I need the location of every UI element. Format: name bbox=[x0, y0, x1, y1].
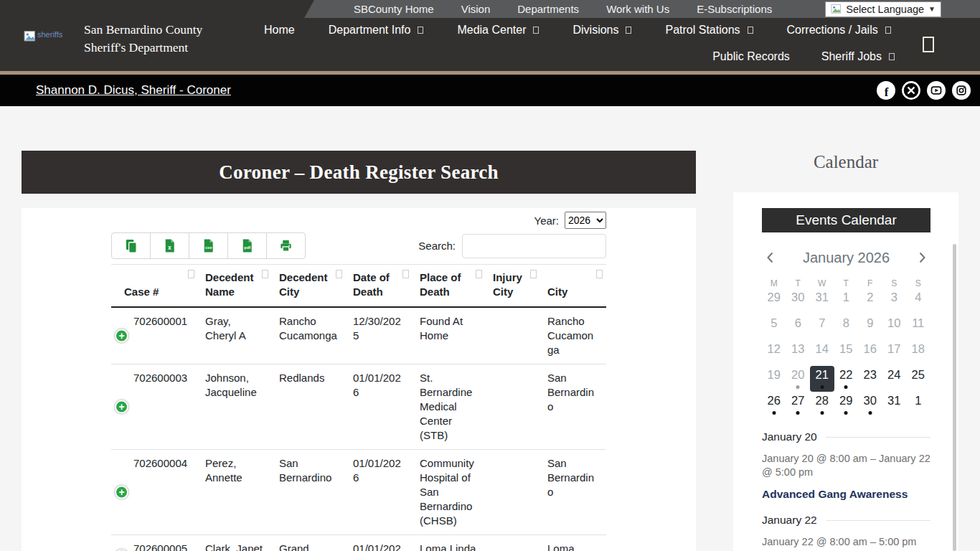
place-of-death-cell: Found At Home bbox=[413, 307, 486, 364]
column-header-decedent-city[interactable]: Decedent City bbox=[272, 265, 346, 308]
nav-item-label: Sheriff Jobs bbox=[821, 50, 882, 63]
x-twitter-icon[interactable] bbox=[901, 80, 921, 100]
calendar-month-nav: January 2026 bbox=[762, 247, 930, 268]
youtube-icon[interactable] bbox=[926, 80, 946, 100]
export-pdf-button[interactable]: pdf bbox=[227, 232, 267, 259]
expand-row-button[interactable]: + bbox=[115, 400, 128, 414]
search-input[interactable] bbox=[462, 234, 606, 258]
site-logo[interactable]: sheriffs bbox=[24, 30, 80, 42]
death-register-table: Case #Decedent NameDecedent CityDate of … bbox=[111, 264, 606, 551]
calendar-day[interactable]: 23 bbox=[858, 366, 882, 392]
utility-nav-item-departments[interactable]: Departments bbox=[517, 3, 579, 15]
calendar-day[interactable]: 8 bbox=[834, 314, 859, 340]
nav-item-home[interactable]: Home bbox=[264, 24, 295, 37]
utility-nav-item-sbcounty-home[interactable]: SBCounty Home bbox=[354, 3, 434, 15]
sidebar-scrollbar[interactable] bbox=[953, 244, 956, 551]
calendar-day[interactable]: 31 bbox=[882, 392, 907, 418]
nav-item-department-info[interactable]: Department Info bbox=[329, 24, 424, 37]
language-selector[interactable]: Select Language ▼ bbox=[825, 1, 941, 17]
column-header-city[interactable]: City bbox=[540, 265, 606, 308]
calendar-day[interactable]: 25 bbox=[906, 366, 930, 392]
site-title-line2: Sheriff's Department bbox=[84, 39, 202, 57]
column-header-place-of-death[interactable]: Place of Death bbox=[413, 265, 486, 308]
calendar-day[interactable]: 7 bbox=[810, 314, 834, 340]
nav-item-divisions[interactable]: Divisions bbox=[573, 24, 631, 37]
instagram-icon[interactable] bbox=[951, 80, 971, 100]
column-header-case[interactable]: Case # bbox=[111, 265, 198, 308]
death-register-card: Year: 2026 x bbox=[22, 208, 696, 551]
export-csv-button[interactable]: csv bbox=[189, 232, 228, 259]
calendar-day[interactable]: 29 bbox=[834, 392, 859, 418]
events-list: January 20January 20 @ 8:00 am – January… bbox=[762, 430, 930, 549]
calendar-day[interactable]: 31 bbox=[810, 288, 834, 314]
calendar-day[interactable]: 12 bbox=[762, 340, 786, 366]
calendar-day[interactable]: 18 bbox=[906, 340, 930, 366]
next-month-button[interactable] bbox=[913, 249, 930, 266]
calendar-day[interactable]: 4 bbox=[906, 288, 930, 314]
nav-item-label: Home bbox=[264, 24, 295, 37]
case-number: 702600001 bbox=[133, 315, 187, 327]
calendar-day[interactable]: 27 bbox=[786, 392, 811, 418]
excel-file-icon: x bbox=[162, 238, 177, 253]
case-number-cell: +702600001 bbox=[111, 307, 198, 364]
nav-item-patrol-stations[interactable]: Patrol Stations bbox=[665, 24, 753, 37]
column-header-decedent-name[interactable]: Decedent Name bbox=[198, 265, 272, 308]
calendar-day[interactable]: 1 bbox=[834, 288, 859, 314]
calendar-day[interactable]: 22 bbox=[834, 366, 859, 392]
prev-month-button[interactable] bbox=[762, 249, 779, 266]
nav-item-media-center[interactable]: Media Center bbox=[457, 24, 539, 37]
calendar-grid: 2930311234567891011121314151617181920212… bbox=[762, 288, 930, 418]
day-number: 26 bbox=[768, 394, 781, 407]
column-header-date-of-death[interactable]: Date of Death bbox=[346, 265, 413, 308]
column-header-injury-city[interactable]: Injury City bbox=[486, 265, 540, 308]
event-dot bbox=[844, 411, 848, 415]
calendar-day[interactable]: 20 bbox=[786, 366, 811, 392]
day-number: 31 bbox=[816, 291, 829, 303]
facebook-icon[interactable]: f bbox=[876, 80, 896, 100]
calendar-day[interactable]: 9 bbox=[858, 314, 882, 340]
event-time-range: January 20 @ 8:00 am – January 22 @ 5:00… bbox=[762, 452, 930, 479]
table-row: +702600003Johnson, JacquelineRedlands01/… bbox=[111, 364, 606, 450]
search-icon[interactable] bbox=[923, 37, 934, 52]
breadcrumb-link[interactable]: Shannon D. Dicus, Sheriff - Coroner bbox=[36, 83, 231, 98]
calendar-day-today[interactable]: 21 bbox=[810, 366, 834, 392]
calendar-day[interactable]: 15 bbox=[834, 340, 859, 366]
event-title-link[interactable]: Advanced Gang Awareness bbox=[762, 488, 930, 501]
calendar-day[interactable]: 30 bbox=[858, 392, 882, 418]
nav-item-corrections-jails[interactable]: Corrections / Jails bbox=[787, 24, 891, 37]
calendar-day[interactable]: 2 bbox=[858, 288, 882, 314]
nav-item-sheriff-jobs[interactable]: Sheriff Jobs bbox=[821, 50, 895, 63]
calendar-day[interactable]: 24 bbox=[882, 366, 907, 392]
export-copy-button[interactable] bbox=[111, 232, 151, 259]
calendar-day[interactable]: 26 bbox=[762, 392, 786, 418]
caret-down-icon: ▼ bbox=[928, 5, 936, 13]
calendar-day[interactable]: 29 bbox=[762, 288, 786, 314]
calendar-day[interactable]: 14 bbox=[810, 340, 834, 366]
year-select[interactable]: 2026 bbox=[565, 212, 606, 229]
utility-nav-item-work-with-us[interactable]: Work with Us bbox=[606, 3, 669, 15]
utility-nav-item-e-subscriptions[interactable]: E-Subscriptions bbox=[697, 3, 772, 15]
export-excel-button[interactable]: x bbox=[150, 232, 189, 259]
event-dot bbox=[820, 385, 824, 389]
nav-item-label: Divisions bbox=[573, 24, 618, 37]
calendar-day[interactable]: 5 bbox=[762, 314, 786, 340]
calendar-day[interactable]: 3 bbox=[882, 288, 907, 314]
print-button[interactable] bbox=[266, 232, 306, 259]
calendar-day[interactable]: 28 bbox=[810, 392, 834, 418]
expand-row-button[interactable]: + bbox=[115, 329, 128, 343]
calendar-day[interactable]: 10 bbox=[882, 314, 907, 340]
calendar-day[interactable]: 30 bbox=[786, 288, 811, 314]
calendar-day[interactable]: 1 bbox=[906, 392, 930, 418]
day-number: 13 bbox=[791, 342, 804, 355]
calendar-day[interactable]: 13 bbox=[786, 340, 811, 366]
nav-item-public-records[interactable]: Public Records bbox=[712, 50, 790, 63]
utility-nav-item-vision[interactable]: Vision bbox=[461, 3, 491, 15]
calendar-day[interactable]: 17 bbox=[882, 340, 907, 366]
calendar-day[interactable]: 19 bbox=[762, 366, 786, 392]
calendar-day[interactable]: 16 bbox=[858, 340, 882, 366]
calendar-day[interactable]: 11 bbox=[906, 314, 930, 340]
day-number: 11 bbox=[912, 316, 924, 329]
expand-row-button[interactable]: + bbox=[115, 486, 128, 499]
calendar-day[interactable]: 6 bbox=[786, 314, 811, 340]
csv-file-icon: csv bbox=[201, 238, 216, 253]
